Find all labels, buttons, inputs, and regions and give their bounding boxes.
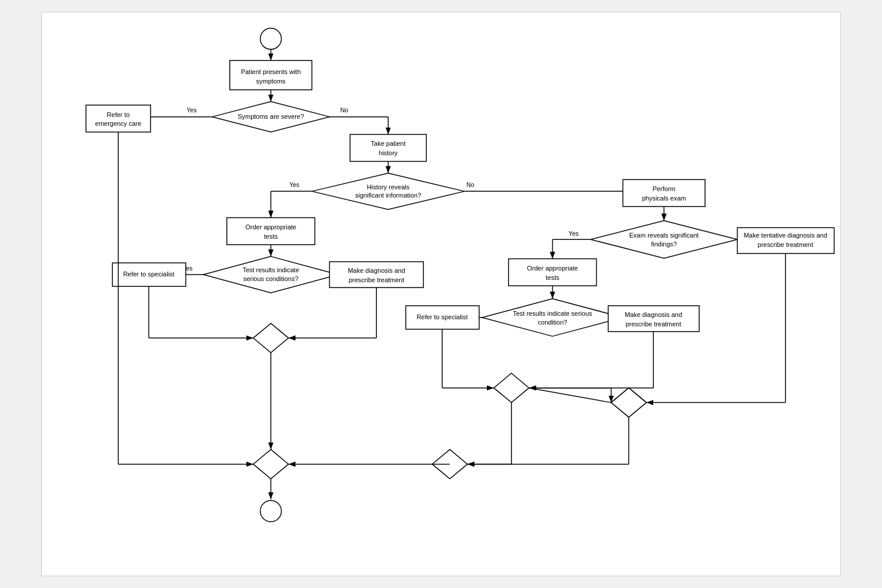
- perform-exam-text: Perform: [653, 185, 676, 192]
- history-significant-text2: significant information?: [355, 192, 421, 199]
- merge5-diamond: [253, 449, 289, 479]
- make-tentative-text: Make tentative diagnosis and: [744, 232, 827, 239]
- diagram-container: Patient presents with symptoms Symptoms …: [41, 12, 841, 576]
- take-history-text: Take patient: [371, 140, 406, 147]
- patient-presents-text: Patient presents with: [241, 68, 301, 75]
- order-tests-1-text2: tests: [264, 233, 278, 240]
- order-tests-2-box: [509, 259, 597, 286]
- make-diagnosis-2-box: [608, 306, 699, 332]
- test-results-1-text: Test results indicate: [242, 266, 299, 273]
- test-results-2-diamond: [482, 299, 623, 336]
- history-significant-text: History reveals: [367, 183, 410, 191]
- make-diagnosis-2-text: Make diagnosis and: [624, 311, 682, 318]
- merge1-diamond: [253, 323, 289, 353]
- order-tests-2-text2: tests: [546, 274, 560, 281]
- yes-label-2: Yes: [289, 182, 299, 188]
- take-history-box: [350, 135, 426, 162]
- yes-label-1: Yes: [186, 107, 196, 113]
- svg-line-28: [529, 388, 612, 403]
- exam-findings-text: Exam reveals significant: [629, 232, 699, 239]
- refer-specialist-2-text: Refer to specialist: [416, 313, 467, 320]
- test-results-2-text2: condition?: [538, 319, 567, 326]
- make-diagnosis-2-text2: prescribe treatment: [626, 320, 681, 328]
- yes-label-4: Yes: [569, 230, 579, 237]
- order-tests-1-box: [227, 218, 315, 245]
- take-history-text2: history: [379, 149, 398, 156]
- symptoms-severe-text: Symptoms are severe?: [238, 113, 304, 120]
- refer-emergency-text2: emergency care: [95, 120, 142, 127]
- refer-emergency-text: Refer to: [107, 111, 130, 118]
- end-node: [260, 500, 282, 522]
- make-tentative-text2: prescribe treatment: [758, 241, 814, 248]
- no-label-2: No: [466, 182, 475, 188]
- make-diagnosis-1-box: [329, 262, 423, 288]
- merge3-diamond2: [611, 388, 646, 417]
- no-label-1: No: [340, 107, 349, 113]
- perform-exam-box: [623, 179, 705, 206]
- refer-specialist-1-text: Refer to specialist: [123, 270, 174, 278]
- test-results-1-text2: serious conditions?: [243, 275, 299, 282]
- test-results-2-text: Test results indicate serious: [513, 310, 592, 317]
- order-tests-1-text: Order appropriate: [245, 223, 296, 230]
- refer-emergency-box: [86, 105, 151, 132]
- patient-presents-text2: symptoms: [256, 78, 286, 85]
- merge2-diamond: [494, 373, 529, 403]
- order-tests-2-text: Order appropriate: [527, 265, 578, 272]
- make-diagnosis-1-text: Make diagnosis and: [348, 267, 405, 274]
- exam-findings-text2: findings?: [651, 240, 677, 248]
- make-diagnosis-1-text2: prescribe treatment: [349, 276, 404, 283]
- perform-exam-text2: physicals exam: [642, 195, 686, 202]
- patient-presents-box: [230, 61, 312, 90]
- exam-findings-diamond: [590, 220, 737, 258]
- start-node: [260, 28, 282, 49]
